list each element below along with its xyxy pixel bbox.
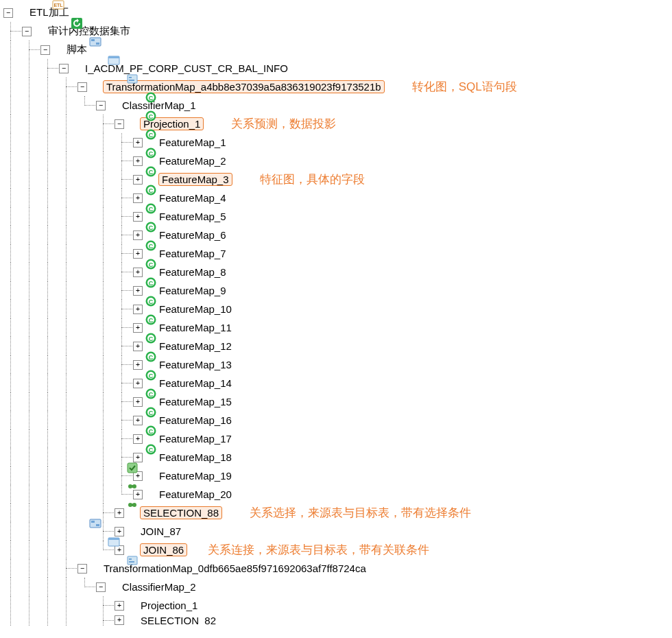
tree-label: FeatureMap_12 bbox=[158, 340, 234, 353]
collapse-icon[interactable]: − bbox=[115, 119, 124, 129]
tree-item-feature[interactable]: +FeatureMap_5 bbox=[3, 207, 672, 226]
annotation-projection: 关系预测，数据投影 bbox=[231, 116, 336, 132]
collapse-icon[interactable]: − bbox=[77, 82, 87, 92]
tree-item-feature[interactable]: +FeatureMap_15 bbox=[3, 392, 672, 411]
collapse-icon[interactable]: − bbox=[40, 45, 50, 55]
expand-icon[interactable]: + bbox=[133, 453, 143, 462]
expand-icon[interactable]: + bbox=[133, 397, 143, 407]
tree-item-transformation-map-2[interactable]: − TransformationMap_0dfb665ae85f97169206… bbox=[3, 559, 672, 578]
tree-item-projection-1[interactable]: − Projection_1 关系预测，数据投影 bbox=[3, 115, 672, 133]
tree-item-feature[interactable]: +FeatureMap_19 bbox=[3, 466, 672, 485]
refresh-icon bbox=[71, 62, 83, 75]
tree-label: TransformationMap_0dfb665ae85f971692063a… bbox=[103, 562, 368, 575]
tree-item-feature[interactable]: +FeatureMap_18 bbox=[3, 448, 672, 466]
tree-item-mart[interactable]: − 审计内控数据集市 bbox=[3, 22, 672, 40]
expand-icon[interactable]: + bbox=[115, 527, 124, 536]
tree-label: SELECTION_88 bbox=[140, 506, 222, 519]
tree-item-feature[interactable]: +FeatureMap_1 bbox=[3, 133, 672, 152]
expand-icon[interactable]: + bbox=[133, 249, 143, 259]
tree-item-feature[interactable]: +FeatureMap_6 bbox=[3, 226, 672, 244]
tree-item-feature[interactable]: +FeatureMap_8 bbox=[3, 263, 672, 281]
tree-item-transformation-map-1[interactable]: − TransformationMap_a4bb8e37039a5a836319… bbox=[3, 78, 672, 96]
annotation-feature: 特征图，具体的字段 bbox=[260, 172, 365, 187]
tree-label: FeatureMap_8 bbox=[158, 265, 228, 279]
expand-icon[interactable]: + bbox=[133, 156, 143, 166]
expand-icon[interactable]: + bbox=[133, 212, 143, 222]
tree-item-classifier-1[interactable]: − ClassifierMap_1 bbox=[3, 96, 672, 115]
map-icon bbox=[89, 81, 101, 93]
expand-icon[interactable]: + bbox=[133, 193, 143, 203]
tree-label: FeatureMap_1 bbox=[158, 136, 228, 149]
expand-icon[interactable]: + bbox=[133, 360, 143, 370]
folder-icon bbox=[34, 25, 46, 38]
expand-icon[interactable]: + bbox=[133, 268, 143, 277]
tree-label: FeatureMap_6 bbox=[158, 228, 228, 241]
tree-label: JOIN_86 bbox=[140, 543, 187, 556]
tree-item-feature[interactable]: +FeatureMap_12 bbox=[3, 337, 672, 355]
collapse-icon[interactable]: − bbox=[59, 64, 69, 73]
tree-label: FeatureMap_5 bbox=[158, 210, 228, 223]
feature-icon bbox=[145, 488, 157, 501]
tree-label: SELECTION_82 bbox=[140, 615, 218, 626]
tree-item-feature[interactable]: +FeatureMap_14 bbox=[3, 374, 672, 392]
tree-item-etl-root[interactable]: − ETL加工 bbox=[3, 3, 672, 22]
tree-item-join-87[interactable]: + JOIN_87 bbox=[3, 522, 672, 541]
tree-label: FeatureMap_10 bbox=[158, 303, 234, 316]
tree-label: FeatureMap_7 bbox=[158, 247, 228, 260]
tree-item-feature[interactable]: +FeatureMap_13 bbox=[3, 355, 672, 374]
tree-label: Projection_1 bbox=[140, 599, 200, 612]
tree-label: FeatureMap_14 bbox=[158, 377, 234, 390]
tree-item-selection-88[interactable]: + SELECTION_88 关系选择，来源表与目标表，带有选择条件 bbox=[3, 504, 672, 522]
classifier-icon bbox=[108, 99, 120, 112]
tree-item-feature[interactable]: +FeatureMap_9 bbox=[3, 281, 672, 300]
expand-icon[interactable]: + bbox=[115, 615, 124, 625]
expand-icon[interactable]: + bbox=[133, 434, 143, 444]
collapse-icon[interactable]: − bbox=[96, 101, 106, 110]
tree-item-join-86[interactable]: + JOIN_86 关系连接，来源表与目标表，带有关联条件 bbox=[3, 541, 672, 559]
tree-item-feature[interactable]: +FeatureMap_10 bbox=[3, 300, 672, 318]
tree-item-feature[interactable]: +FeatureMap_2 bbox=[3, 152, 672, 170]
expand-icon[interactable]: + bbox=[133, 286, 143, 296]
expand-icon[interactable]: + bbox=[115, 508, 124, 518]
expand-icon[interactable]: + bbox=[115, 601, 124, 611]
tree-label: FeatureMap_20 bbox=[158, 488, 234, 501]
tree-item-feature[interactable]: +FeatureMap_7 bbox=[3, 244, 672, 263]
tree-label: JOIN_87 bbox=[140, 525, 183, 538]
annotation-join: 关系连接，来源表与目标表，带有关联条件 bbox=[208, 542, 429, 558]
tree-item-feature[interactable]: +FeatureMap_17 bbox=[3, 429, 672, 448]
tree-label: FeatureMap_19 bbox=[158, 469, 234, 482]
tree-item-feature[interactable]: +FeatureMap_20 bbox=[3, 485, 672, 504]
collapse-icon[interactable]: − bbox=[22, 27, 32, 36]
projection-icon bbox=[126, 118, 139, 130]
tree-label: FeatureMap_11 bbox=[158, 321, 234, 334]
etl-icon bbox=[52, 44, 64, 56]
tree-view: − ETL加工 − 审计内控数据集市 − 脚本 − I_ACDM_PF_CORP… bbox=[3, 3, 672, 626]
projection-icon bbox=[126, 600, 139, 612]
tree-item-job[interactable]: − I_ACDM_PF_CORP_CUST_CR_BAL_INFO bbox=[3, 59, 672, 78]
expand-icon[interactable]: + bbox=[133, 231, 143, 240]
collapse-icon[interactable]: − bbox=[96, 582, 106, 592]
tree-label: FeatureMap_3 bbox=[158, 173, 232, 186]
tree-item-feature[interactable]: +FeatureMap_3特征图，具体的字段 bbox=[3, 170, 672, 189]
expand-icon[interactable]: + bbox=[133, 175, 143, 185]
tree-item-feature[interactable]: +FeatureMap_4 bbox=[3, 189, 672, 207]
tree-item-classifier-2[interactable]: − ClassifierMap_2 bbox=[3, 578, 672, 596]
expand-icon[interactable]: + bbox=[133, 379, 143, 388]
expand-icon[interactable]: + bbox=[133, 416, 143, 425]
collapse-icon[interactable]: − bbox=[3, 8, 13, 18]
tree-item-feature[interactable]: +FeatureMap_11 bbox=[3, 318, 672, 337]
tree-item-feature[interactable]: +FeatureMap_16 bbox=[3, 411, 672, 429]
tree-item-script[interactable]: − 脚本 bbox=[3, 40, 672, 59]
tree-label: FeatureMap_15 bbox=[158, 395, 234, 408]
tree-label: FeatureMap_13 bbox=[158, 358, 234, 371]
expand-icon[interactable]: + bbox=[133, 305, 143, 314]
expand-icon[interactable]: + bbox=[133, 138, 143, 147]
expand-icon[interactable]: + bbox=[133, 323, 143, 333]
tree-item-projection-2[interactable]: + Projection_1 bbox=[3, 596, 672, 615]
tree-label: FeatureMap_18 bbox=[158, 451, 234, 464]
expand-icon[interactable]: + bbox=[133, 342, 143, 351]
collapse-icon[interactable]: − bbox=[77, 564, 87, 574]
tree-item-selection-82[interactable]: + SELECTION_82 bbox=[3, 615, 672, 626]
selection-icon bbox=[126, 615, 139, 626]
annotation-selection: 关系选择，来源表与目标表，带有选择条件 bbox=[250, 505, 471, 521]
